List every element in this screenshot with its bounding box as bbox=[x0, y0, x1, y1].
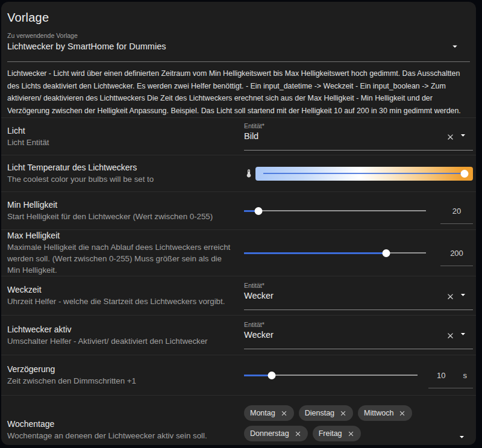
row-licht-title: Licht bbox=[7, 125, 236, 137]
template-select-value: Lichtwecker by SmartHome for Dummies bbox=[7, 41, 470, 52]
row-max-title: Max Helligkeit bbox=[7, 230, 236, 241]
template-select[interactable]: Zu verwendende Vorlage Lichtwecker by Sm… bbox=[7, 32, 470, 62]
form-row-aktiv: Lichtwecker aktiv Umschalter Helfer - Ak… bbox=[1, 315, 476, 355]
form-row-licht: Licht Licht Entität Entität* Bild bbox=[1, 117, 476, 155]
weekday-chip-list: MontagDienstagMittwochDonnerstagFreitag bbox=[244, 396, 473, 441]
row-wochentage-title: Wochentage bbox=[7, 418, 236, 430]
entity-picker-licht[interactable]: Entität* Bild bbox=[244, 122, 473, 151]
row-verzoegerung-subtitle: Zeit zwischen den Dimmschritten +1 bbox=[7, 375, 236, 387]
weekday-chip[interactable]: Montag bbox=[244, 405, 294, 421]
color-temp-track bbox=[263, 173, 466, 174]
row-verzoegerung-text: Verzögerung Zeit zwischen den Dimmschrit… bbox=[1, 364, 244, 387]
chip-remove-icon[interactable] bbox=[398, 409, 406, 417]
chevron-down-icon[interactable] bbox=[449, 41, 460, 52]
entity-picker-label: Entität* bbox=[244, 282, 473, 290]
form-row-verzoegerung: Verzögerung Zeit zwischen den Dimmschrit… bbox=[1, 355, 476, 395]
chevron-down-icon[interactable] bbox=[458, 130, 468, 140]
row-licht-text: Licht Licht Entität bbox=[1, 125, 244, 148]
row-min-title: Min Helligkeit bbox=[7, 199, 236, 211]
row-licht-subtitle: Licht Entität bbox=[7, 137, 236, 148]
slider-track bbox=[244, 210, 426, 211]
chip-remove-icon[interactable] bbox=[294, 430, 302, 438]
weekday-chip[interactable]: Mittwoch bbox=[358, 405, 412, 421]
blueprint-config-card: Vorlage Zu verwendende Vorlage Lichtweck… bbox=[1, 2, 476, 445]
row-temperatur-subtitle: The coolest color your bulbs will be set… bbox=[7, 173, 236, 185]
slider-thumb[interactable] bbox=[268, 372, 276, 379]
thermometer-icon bbox=[244, 169, 254, 178]
row-weckzeit-text: Weckzeit Uhrzeit Helfer - welche die Sta… bbox=[1, 284, 244, 307]
chip-remove-icon[interactable] bbox=[280, 409, 288, 417]
form-row-weckzeit: Weckzeit Uhrzeit Helfer - welche die Sta… bbox=[1, 276, 476, 315]
chevron-down-icon[interactable] bbox=[457, 432, 467, 442]
row-min-text: Min Helligkeit Start Helligkeit für den … bbox=[1, 199, 244, 222]
row-verzoegerung-title: Verzögerung bbox=[7, 364, 236, 375]
weekday-chip-label: Donnerstag bbox=[250, 429, 289, 438]
weekday-chip-label: Freitag bbox=[319, 429, 342, 438]
row-wochentage-subtitle: Wochentage an deneen der Lichtweecker ak… bbox=[7, 430, 236, 441]
max-helligkeit-slider[interactable] bbox=[244, 249, 426, 257]
row-weckzeit-title: Weckzeit bbox=[7, 284, 236, 296]
row-max-text: Max Helligkeit Maximale Helligkeit die n… bbox=[1, 230, 244, 276]
form-row-temperatur: Licht Temperatur des Lichtweckers The co… bbox=[1, 155, 476, 191]
verzoegerung-field[interactable]: 10 s bbox=[428, 371, 473, 388]
blueprint-description: Lichtwecker - Licht wird über einen defi… bbox=[7, 67, 470, 117]
form-row-wochentage: Wochentage Wochentage an deneen der Lich… bbox=[1, 395, 476, 445]
entity-picker-weckzeit[interactable]: Entität* Wecker bbox=[244, 282, 473, 310]
entity-picker-value: Wecker bbox=[244, 329, 473, 341]
row-min-subtitle: Start Helligkeit für den Lichtwecker (We… bbox=[7, 211, 236, 222]
weekday-chip-label: Dienstag bbox=[305, 409, 334, 417]
row-aktiv-text: Lichtwecker aktiv Umschalter Helfer - Ak… bbox=[1, 324, 244, 347]
row-temperatur-text: Licht Temperatur des Lichtweckers The co… bbox=[1, 162, 244, 185]
color-temp-slider[interactable] bbox=[255, 167, 473, 181]
weekday-chip-label: Mittwoch bbox=[364, 409, 393, 417]
entity-picker-label: Entität* bbox=[244, 321, 473, 329]
color-temp-thumb[interactable] bbox=[460, 170, 468, 178]
row-temperatur-title: Licht Temperatur des Lichtweckers bbox=[7, 162, 236, 173]
row-wochentage-text: Wochentage Wochentage an deneen der Lich… bbox=[1, 396, 244, 441]
max-helligkeit-value[interactable]: 200 bbox=[440, 249, 473, 266]
form-row-min-helligkeit: Min Helligkeit Start Helligkeit für den … bbox=[1, 191, 476, 229]
template-select-label: Zu verwendende Vorlage bbox=[7, 32, 470, 40]
verzoegerung-unit: s bbox=[463, 371, 468, 380]
chevron-down-icon[interactable] bbox=[458, 290, 468, 300]
chip-remove-icon[interactable] bbox=[339, 409, 347, 417]
row-aktiv-title: Lichtwecker aktiv bbox=[7, 324, 236, 335]
slider-thumb[interactable] bbox=[382, 249, 390, 257]
entity-picker-label: Entität* bbox=[244, 122, 473, 130]
row-max-subtitle: Maximale Helligkeit die nach Ablauf dees… bbox=[7, 241, 236, 276]
entity-picker-value: Bild bbox=[244, 131, 473, 142]
chevron-down-icon[interactable] bbox=[458, 329, 468, 339]
weekday-chip-label: Montag bbox=[250, 409, 275, 417]
min-helligkeit-value[interactable]: 20 bbox=[440, 207, 473, 224]
slider-fill bbox=[244, 252, 386, 254]
entity-picker-aktiv[interactable]: Entität* Wecker bbox=[244, 321, 473, 349]
clear-icon[interactable] bbox=[446, 331, 455, 340]
row-aktiv-subtitle: Umschalter Helfer - Aktiviert/ deaktivie… bbox=[7, 335, 236, 347]
weekday-chip[interactable]: Freitag bbox=[313, 426, 361, 441]
chip-remove-icon[interactable] bbox=[347, 430, 355, 438]
clear-icon[interactable] bbox=[446, 292, 455, 301]
verzoegerung-slider[interactable] bbox=[244, 371, 418, 379]
verzoegerung-value: 10 bbox=[437, 371, 445, 380]
weekday-chip[interactable]: Dienstag bbox=[299, 405, 353, 421]
weekday-chip[interactable]: Donnerstag bbox=[244, 426, 308, 441]
slider-thumb[interactable] bbox=[255, 207, 263, 215]
entity-picker-value: Wecker bbox=[244, 290, 473, 302]
min-helligkeit-slider[interactable] bbox=[244, 207, 426, 215]
weekday-multiselect[interactable]: MontagDienstagMittwochDonnerstagFreitag bbox=[244, 396, 473, 445]
clear-icon[interactable] bbox=[446, 132, 455, 142]
row-weckzeit-subtitle: Uhrzeit Helfer - welche die Startzeit de… bbox=[7, 296, 236, 307]
page-title: Vorlage bbox=[1, 2, 476, 26]
form-row-max-helligkeit: Max Helligkeit Maximale Helligkeit die n… bbox=[1, 229, 476, 276]
